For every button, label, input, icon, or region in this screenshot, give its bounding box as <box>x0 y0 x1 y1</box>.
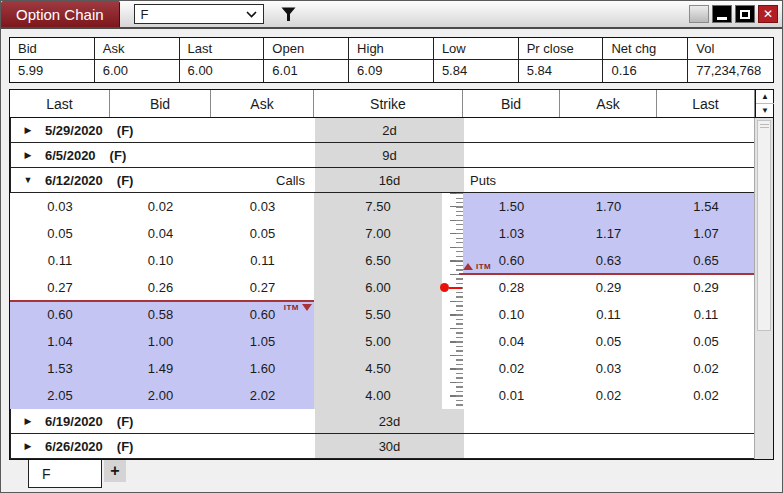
vertical-scrollbar[interactable] <box>754 118 773 459</box>
put-cell[interactable]: 0.02 <box>560 382 657 409</box>
put-cell[interactable]: 0.02 <box>657 382 755 409</box>
strike-row[interactable]: 0.030.020.037.501.501.701.54 <box>10 193 755 220</box>
strike-cell[interactable]: 4.50 <box>314 355 442 382</box>
marker-stick <box>449 287 462 289</box>
call-cell[interactable]: 0.27 <box>10 274 110 301</box>
expiration-row[interactable]: ▶6/26/2020(F)30d <box>10 434 755 459</box>
put-cell[interactable]: 0.11 <box>560 301 657 328</box>
expiration-root: (F) <box>117 173 134 188</box>
put-cell[interactable]: 0.10 <box>463 301 560 328</box>
strike-row[interactable]: 1.041.001.055.000.040.050.05 <box>10 328 755 355</box>
expiration-row[interactable]: ▶6/19/2020(F)23d <box>10 409 755 434</box>
call-cell[interactable]: 2.02 <box>211 382 314 409</box>
titlebar[interactable]: Option Chain F ✕ <box>1 1 782 29</box>
call-cell[interactable]: 2.00 <box>110 382 211 409</box>
call-cell[interactable]: 0.04 <box>110 220 211 247</box>
put-cell[interactable]: 1.54 <box>657 193 755 220</box>
strike-row[interactable]: 0.270.260.276.000.280.290.29 <box>10 274 755 301</box>
call-cell[interactable]: 0.58 <box>110 301 211 328</box>
scrollbar-thumb[interactable] <box>757 120 771 331</box>
call-cell[interactable]: 1.05 <box>211 328 314 355</box>
call-cell[interactable]: 0.26 <box>110 274 211 301</box>
add-tab-button[interactable]: + <box>104 460 126 482</box>
strike-cell[interactable]: 7.00 <box>314 220 442 247</box>
put-cell[interactable]: 1.50 <box>463 193 560 220</box>
put-cell[interactable]: 0.05 <box>657 328 755 355</box>
put-cell[interactable]: 1.70 <box>560 193 657 220</box>
call-cell[interactable]: 0.11 <box>10 247 110 274</box>
strike-row[interactable]: 0.050.040.057.001.031.171.07 <box>10 220 755 247</box>
minimize-button[interactable] <box>712 5 732 23</box>
call-cell[interactable]: 0.10 <box>110 247 211 274</box>
strike-cell[interactable]: 7.50 <box>314 193 442 220</box>
symbol-dropdown[interactable]: F <box>134 4 264 24</box>
put-cell[interactable]: 0.65 <box>657 247 755 274</box>
close-button[interactable]: ✕ <box>758 5 778 23</box>
collapse-arrow-icon[interactable]: ▼ <box>11 175 45 185</box>
call-cell[interactable]: 0.60 <box>10 301 110 328</box>
put-cell[interactable]: 0.28 <box>463 274 560 301</box>
filter-button[interactable] <box>278 4 300 24</box>
call-cell[interactable]: 1.04 <box>10 328 110 355</box>
put-cell[interactable]: 1.03 <box>463 220 560 247</box>
put-cell[interactable]: 0.11 <box>657 301 755 328</box>
call-cell[interactable]: 1.60 <box>211 355 314 382</box>
put-cell[interactable]: 0.63 <box>560 247 657 274</box>
window-extra-button[interactable] <box>689 5 709 23</box>
put-cell[interactable]: 1.07 <box>657 220 755 247</box>
chain-column-header[interactable]: Ask <box>211 90 314 117</box>
call-cell[interactable]: 2.05 <box>10 382 110 409</box>
call-cell[interactable]: 0.03 <box>211 193 314 220</box>
call-cell[interactable]: 1.53 <box>10 355 110 382</box>
call-cell[interactable]: 0.11 <box>211 247 314 274</box>
put-cell[interactable]: 0.02 <box>657 355 755 382</box>
expiration-date: 6/19/2020 <box>45 414 103 429</box>
put-cell[interactable]: 1.17 <box>560 220 657 247</box>
call-cell[interactable]: 0.02 <box>110 193 211 220</box>
chain-column-header[interactable]: Last <box>657 90 755 117</box>
expand-arrow-icon[interactable]: ▶ <box>11 416 45 426</box>
scroll-down-button[interactable]: ▼ <box>756 104 774 117</box>
call-cell[interactable]: 1.49 <box>110 355 211 382</box>
expiration-row-left: ▶6/19/2020(F) <box>11 409 315 433</box>
strike-cell[interactable]: 5.50 <box>314 301 442 328</box>
expiration-row[interactable]: ▶6/5/2020(F)9d <box>10 143 755 168</box>
chain-column-header[interactable]: Ask <box>560 90 657 117</box>
call-cell[interactable]: 0.05 <box>211 220 314 247</box>
strike-row[interactable]: 2.052.002.024.000.010.020.02 <box>10 382 755 409</box>
strike-row[interactable]: 1.531.491.604.500.020.030.02 <box>10 355 755 382</box>
expiration-date: 6/5/2020 <box>45 148 96 163</box>
put-cell[interactable]: 0.05 <box>560 328 657 355</box>
strike-cell[interactable]: 5.00 <box>314 328 442 355</box>
chain-column-header[interactable]: Strike <box>314 90 463 117</box>
call-cell[interactable]: 0.27 <box>211 274 314 301</box>
chain-column-header[interactable]: Bid <box>463 90 560 117</box>
quote-header-cell: Last <box>180 38 265 60</box>
strike-row[interactable]: 0.600.580.605.500.100.110.11 <box>10 301 755 328</box>
expiration-row[interactable]: ▶5/29/2020(F)2d <box>10 118 755 143</box>
call-cell[interactable]: 1.00 <box>110 328 211 355</box>
chain-column-header[interactable]: Last <box>10 90 110 117</box>
chain-column-header[interactable]: Bid <box>110 90 211 117</box>
expiration-row[interactable]: ▼6/12/2020(F)Calls16dPuts <box>10 168 755 193</box>
maximize-button[interactable] <box>735 5 755 23</box>
put-cell[interactable]: 0.02 <box>463 355 560 382</box>
strike-cell[interactable]: 6.50 <box>314 247 442 274</box>
call-cell[interactable]: 0.05 <box>10 220 110 247</box>
tab-f[interactable]: F <box>28 460 102 488</box>
put-cell[interactable]: 0.01 <box>463 382 560 409</box>
last-price-marker-icon <box>440 283 462 292</box>
strike-cell[interactable]: 4.00 <box>314 382 442 409</box>
call-cell[interactable]: 0.03 <box>10 193 110 220</box>
expand-arrow-icon[interactable]: ▶ <box>11 125 45 135</box>
strike-cell[interactable]: 6.00 <box>314 274 442 301</box>
put-cell[interactable]: 0.29 <box>657 274 755 301</box>
put-cell[interactable]: 0.04 <box>463 328 560 355</box>
quote-value-cell: 5.99 <box>10 60 95 82</box>
expand-arrow-icon[interactable]: ▶ <box>11 150 45 160</box>
expand-arrow-icon[interactable]: ▶ <box>11 441 45 451</box>
put-cell[interactable]: 0.29 <box>560 274 657 301</box>
strike-row[interactable]: 0.110.100.116.500.600.630.65 <box>10 247 755 274</box>
scroll-up-button[interactable]: ▲ <box>756 90 774 104</box>
put-cell[interactable]: 0.03 <box>560 355 657 382</box>
